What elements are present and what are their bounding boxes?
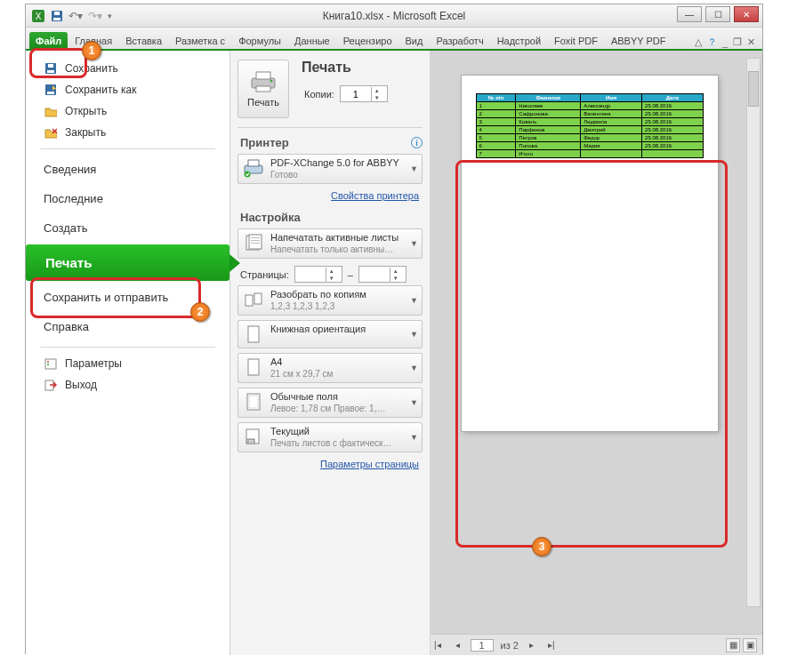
ribbon-tab-файл[interactable]: Файл bbox=[29, 32, 68, 49]
undo-icon[interactable]: ↶▾ bbox=[68, 10, 83, 22]
spin-down-icon[interactable]: ▼ bbox=[372, 94, 382, 101]
save-icon[interactable] bbox=[51, 10, 63, 22]
ribbon-tab-вид[interactable]: Вид bbox=[399, 32, 430, 49]
options-icon bbox=[44, 356, 58, 371]
mdi-restore-icon[interactable]: ❐ bbox=[733, 36, 742, 48]
svg-rect-28 bbox=[246, 295, 253, 306]
current-page-box[interactable]: 1 bbox=[471, 639, 494, 652]
saveas-icon bbox=[44, 83, 58, 97]
svg-rect-6 bbox=[47, 70, 54, 73]
nav-saveas[interactable]: Сохранить как bbox=[26, 79, 229, 100]
close-icon bbox=[44, 125, 58, 140]
copies-spinner[interactable]: ▲▼ bbox=[340, 85, 388, 102]
page-setup-link[interactable]: Параметры страницы bbox=[237, 457, 423, 471]
page-of-label: из 2 bbox=[501, 640, 519, 651]
ribbon-tab-вставка[interactable]: Вставка bbox=[119, 32, 168, 49]
spin-up-icon[interactable]: ▲ bbox=[372, 87, 382, 94]
nav-save[interactable]: Сохранить bbox=[26, 58, 229, 79]
next-page-icon[interactable]: ▸ bbox=[526, 640, 537, 650]
preview-nav: |◂ ◂ 1 из 2 ▸ ▸| ▦ ▣ bbox=[431, 634, 762, 655]
ribbon-collapse-icon[interactable]: △ bbox=[695, 36, 702, 48]
print-button[interactable]: Печать bbox=[237, 60, 289, 118]
collate-text: Разобрать по копиям bbox=[270, 289, 366, 300]
nav-Создать[interactable]: Создать bbox=[26, 213, 229, 243]
ribbon-tab-формулы[interactable]: Формулы bbox=[232, 32, 287, 49]
margins-icon bbox=[243, 391, 264, 412]
first-page-icon[interactable]: |◂ bbox=[431, 640, 445, 650]
maximize-button[interactable]: ☐ bbox=[705, 6, 730, 22]
mdi-close-icon[interactable]: ✕ bbox=[747, 36, 755, 48]
svg-rect-12 bbox=[45, 359, 56, 369]
svg-text:X: X bbox=[36, 12, 42, 21]
scaling-dropdown[interactable]: 100 ТекущийПечать листов с фактическ… ▼ bbox=[237, 422, 423, 452]
svg-text:100: 100 bbox=[247, 438, 255, 444]
minimize-button[interactable]: — bbox=[677, 6, 702, 22]
page-from-spinner[interactable]: ▲▼ bbox=[294, 266, 342, 283]
close-button[interactable]: ✕ bbox=[734, 6, 759, 22]
printer-props-link[interactable]: Свойства принтера bbox=[237, 188, 423, 203]
show-margins-icon[interactable]: ▦ bbox=[726, 638, 740, 652]
chevron-down-icon: ▼ bbox=[410, 364, 418, 372]
orientation-text: Книжная ориентация bbox=[270, 324, 366, 335]
annotation-bubble-1: 1 bbox=[82, 41, 101, 60]
backstage-nav: СохранитьСохранить какОткрытьЗакрыть Све… bbox=[26, 51, 230, 655]
vertical-scrollbar[interactable] bbox=[746, 58, 761, 607]
svg-rect-21 bbox=[248, 160, 259, 166]
ribbon-tab-abbyy pdf[interactable]: ABBYY PDF bbox=[605, 32, 672, 49]
ribbon-tab-данные[interactable]: Данные bbox=[288, 32, 336, 49]
zoom-to-page-icon[interactable]: ▣ bbox=[743, 638, 757, 652]
scrollbar-thumb[interactable] bbox=[748, 71, 759, 107]
save-icon bbox=[44, 61, 58, 76]
svg-rect-3 bbox=[53, 18, 60, 20]
nav-close[interactable]: Закрыть bbox=[26, 122, 229, 143]
info-icon[interactable]: i bbox=[411, 137, 423, 148]
printer-icon bbox=[250, 70, 277, 93]
svg-rect-17 bbox=[256, 72, 270, 79]
portrait-icon bbox=[243, 324, 264, 345]
ribbon-tab-рецензиро[interactable]: Рецензиро bbox=[337, 32, 398, 49]
redo-icon[interactable]: ↷▾ bbox=[88, 10, 102, 22]
titlebar: X ↶▾ ↷▾ ▾ Книга10.xlsx - Microsoft Excel… bbox=[26, 4, 762, 28]
ribbon-tab-разметка с[interactable]: Разметка с bbox=[169, 32, 231, 49]
ribbon-tab-foxit pdf[interactable]: Foxit PDF bbox=[548, 32, 604, 49]
preview-table: № п/пФамилияИмяДата1НиколаевАлександр25.… bbox=[476, 93, 704, 158]
svg-rect-30 bbox=[248, 326, 259, 342]
printer-section-label: Принтер bbox=[240, 136, 289, 149]
page-from-input[interactable] bbox=[295, 269, 326, 280]
nav-options[interactable]: Параметры bbox=[26, 353, 229, 374]
page-to-spinner[interactable]: ▲▼ bbox=[358, 266, 407, 283]
prev-page-icon[interactable]: ◂ bbox=[452, 640, 463, 650]
nav-Последние[interactable]: Последние bbox=[26, 184, 229, 213]
nav-Печать[interactable]: Печать bbox=[26, 244, 229, 281]
collate-icon bbox=[243, 289, 264, 310]
orientation-dropdown[interactable]: Книжная ориентация ▼ bbox=[237, 320, 423, 348]
print-what-dropdown[interactable]: Напечатать активные листыНапечатать толь… bbox=[237, 228, 423, 259]
svg-rect-4 bbox=[54, 12, 60, 15]
margins-dropdown[interactable]: Обычные поляЛевое: 1,78 см Правое: 1,… ▼ bbox=[237, 388, 423, 418]
backstage: СохранитьСохранить какОткрытьЗакрыть Све… bbox=[26, 51, 762, 655]
chevron-down-icon: ▼ bbox=[410, 433, 418, 442]
copies-input[interactable] bbox=[341, 89, 371, 100]
preview-pane: № п/пФамилияИмяДата1НиколаевАлександр25.… bbox=[431, 51, 762, 655]
svg-rect-31 bbox=[248, 359, 259, 375]
ribbon-tab-надстрой[interactable]: Надстрой bbox=[491, 32, 547, 49]
nav-exit[interactable]: Выход bbox=[26, 374, 229, 396]
nav-Сведения[interactable]: Сведения bbox=[26, 155, 229, 184]
qat-more-icon[interactable]: ▾ bbox=[108, 12, 112, 20]
printer-dropdown[interactable]: PDF-XChange 5.0 for ABBYYГотово ▼ bbox=[237, 154, 423, 184]
nav-open[interactable]: Открыть bbox=[26, 100, 229, 122]
svg-rect-27 bbox=[251, 243, 260, 244]
help-icon[interactable]: ？ bbox=[707, 36, 717, 49]
print-panel: Печать Печать Копии: ▲▼ Принтер i bbox=[230, 51, 431, 655]
page-to-input[interactable] bbox=[359, 269, 390, 280]
chevron-down-icon: ▼ bbox=[410, 164, 418, 173]
print-heading: Печать bbox=[302, 60, 390, 83]
collate-dropdown[interactable]: Разобрать по копиям1,2,3 1,2,3 1,2,3 ▼ bbox=[237, 285, 423, 316]
paper-dropdown[interactable]: A421 см x 29,7 см ▼ bbox=[237, 353, 423, 383]
paper-sub: 21 см x 29,7 см bbox=[270, 368, 333, 380]
ribbon-tab-разработч[interactable]: Разработч bbox=[430, 32, 489, 49]
preview-page: № п/пФамилияИмяДата1НиколаевАлександр25.… bbox=[462, 76, 718, 431]
last-page-icon[interactable]: ▸| bbox=[544, 640, 559, 650]
chevron-down-icon: ▼ bbox=[410, 398, 418, 407]
mdi-minimize-icon[interactable]: _ bbox=[722, 37, 728, 48]
